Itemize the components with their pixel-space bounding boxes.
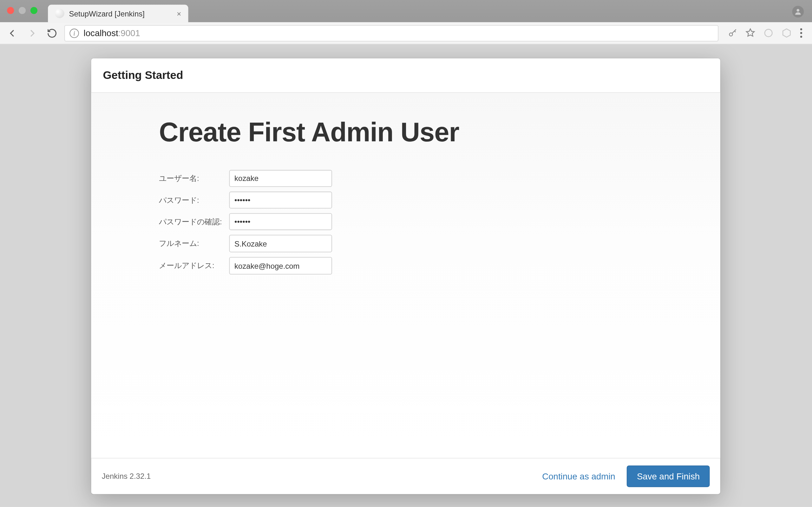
footer-actions: Continue as admin Save and Finish (542, 465, 710, 487)
page-content: Getting Started Create First Admin User … (0, 44, 812, 507)
form-row-username: ユーザー名: (159, 170, 332, 187)
svg-point-4 (800, 32, 802, 34)
profile-icon[interactable] (792, 6, 804, 17)
username-input[interactable] (229, 170, 332, 187)
dialog-body: Create First Admin User ユーザー名: パスワード: パス… (91, 93, 720, 458)
window-maximize-button[interactable] (31, 7, 38, 14)
window-titlebar: SetupWizard [Jenkins] × (0, 0, 812, 22)
tab-title: SetupWizard [Jenkins] (69, 9, 144, 18)
dialog-footer: Jenkins 2.32.1 Continue as admin Save an… (91, 458, 720, 494)
password-label: パスワード: (159, 192, 229, 209)
url-port: :9001 (118, 28, 140, 38)
menu-kebab-icon[interactable] (800, 28, 803, 38)
url-host: localhost (84, 28, 118, 38)
url-text: localhost:9001 (84, 28, 140, 38)
page-title: Create First Admin User (159, 116, 720, 148)
extension-icon-1[interactable] (763, 28, 773, 38)
dialog-header: Getting Started (91, 58, 720, 93)
confirm-password-input[interactable] (229, 213, 332, 230)
fullname-label: フルネーム: (159, 235, 229, 252)
tab-close-icon[interactable]: × (177, 9, 181, 18)
svg-point-5 (800, 36, 802, 38)
jenkins-favicon-icon (55, 9, 64, 18)
toolbar-right-icons (723, 28, 807, 38)
address-bar[interactable]: i localhost:9001 (64, 25, 718, 41)
extension-icon-2[interactable] (781, 28, 792, 38)
svg-point-2 (765, 29, 772, 37)
site-info-icon[interactable]: i (69, 28, 79, 38)
window-close-button[interactable] (7, 7, 14, 14)
window-controls (7, 7, 38, 14)
browser-tab[interactable]: SetupWizard [Jenkins] × (48, 5, 188, 22)
browser-window: SetupWizard [Jenkins] × i localhost:9001 (0, 0, 812, 507)
forward-button[interactable] (24, 25, 40, 41)
email-input[interactable] (229, 257, 332, 274)
admin-user-form: ユーザー名: パスワード: パスワードの確認: フルネーム: (159, 165, 332, 279)
username-label: ユーザー名: (159, 170, 229, 187)
bookmark-star-icon[interactable] (745, 28, 755, 38)
fullname-input[interactable] (229, 235, 332, 252)
confirm-password-label: パスワードの確認: (159, 213, 229, 230)
password-input[interactable] (229, 192, 332, 209)
form-row-confirm: パスワードの確認: (159, 213, 332, 230)
dialog-header-title: Getting Started (103, 69, 708, 82)
jenkins-version: Jenkins 2.32.1 (102, 472, 151, 481)
reload-button[interactable] (44, 25, 60, 41)
svg-point-0 (797, 9, 800, 12)
email-label: メールアドレス: (159, 257, 229, 274)
setup-wizard-dialog: Getting Started Create First Admin User … (91, 58, 720, 494)
password-key-icon[interactable] (728, 28, 737, 38)
svg-point-3 (800, 28, 802, 30)
form-row-email: メールアドレス: (159, 257, 332, 274)
window-minimize-button[interactable] (19, 7, 26, 14)
save-and-finish-button[interactable]: Save and Finish (627, 465, 710, 487)
continue-as-admin-link[interactable]: Continue as admin (542, 471, 615, 481)
address-toolbar: i localhost:9001 (0, 22, 812, 44)
form-row-fullname: フルネーム: (159, 235, 332, 252)
form-row-password: パスワード: (159, 192, 332, 209)
back-button[interactable] (5, 25, 20, 41)
